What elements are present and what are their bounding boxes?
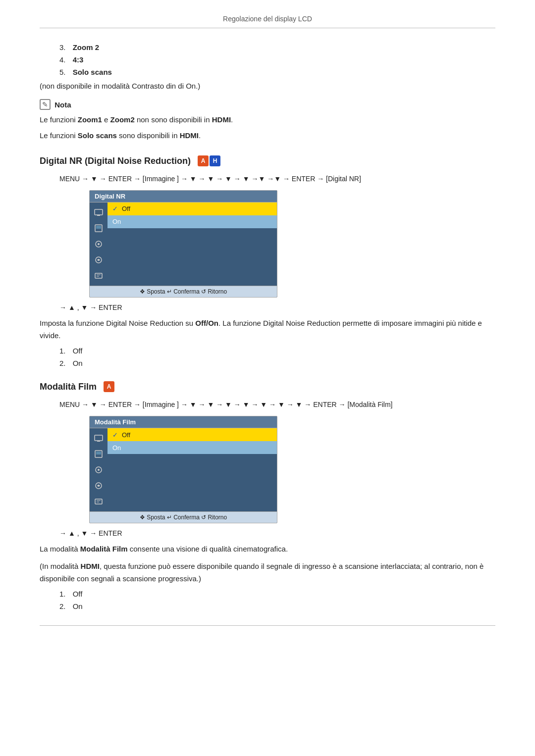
section2-option-on: On bbox=[107, 441, 277, 454]
section1-list-off: 1. Off bbox=[59, 347, 495, 355]
badge-a2: A bbox=[104, 381, 114, 392]
section2-empty-area bbox=[107, 454, 277, 484]
section2-description1: La modalità Modalità Film consente una v… bbox=[40, 543, 495, 555]
sidebar-icon-3 bbox=[92, 238, 105, 251]
svg-rect-0 bbox=[95, 209, 103, 215]
sidebar-icon-5 bbox=[92, 269, 105, 282]
section1-badges: A H bbox=[198, 155, 220, 166]
section1-option-on: On bbox=[107, 215, 277, 228]
section1-list-on: 2. On bbox=[59, 359, 495, 367]
section2-badge: A bbox=[104, 381, 114, 392]
s2-sidebar-icon-1 bbox=[92, 432, 105, 445]
s2-sidebar-icon-2 bbox=[92, 448, 105, 460]
svg-rect-17 bbox=[95, 499, 102, 504]
section1-options-area: ✓ Off On bbox=[107, 202, 277, 286]
svg-rect-7 bbox=[95, 273, 102, 278]
section2-list-on: 2. On bbox=[59, 602, 495, 610]
page-header: Regolazione del display LCD bbox=[40, 15, 495, 28]
section2-menu-path: MENU → ▼ → ENTER → [Immagine ] → ▼ → ▼ →… bbox=[59, 399, 495, 411]
s2-sidebar-icon-4 bbox=[92, 479, 105, 492]
s2-sidebar-icon-5 bbox=[92, 495, 105, 508]
section1-option-off: ✓ Off bbox=[107, 202, 277, 215]
s2-sidebar-icon-3 bbox=[92, 463, 105, 476]
badge-a: A bbox=[198, 155, 209, 166]
section2-arrow-nav: → ▲ , ▼ → ENTER bbox=[59, 529, 495, 537]
svg-rect-1 bbox=[97, 215, 100, 216]
section1-arrow-nav: → ▲ , ▼ → ENTER bbox=[59, 303, 495, 311]
section2-screenshot-title: Modalità Film bbox=[90, 416, 277, 428]
section2-title: Modalità Film A bbox=[40, 381, 495, 392]
svg-point-15 bbox=[98, 469, 100, 471]
list-item-zoom2: 3. Zoom 2 bbox=[59, 43, 495, 51]
section1-screenshot-title: Digital NR bbox=[90, 191, 277, 202]
sidebar-icon-2 bbox=[92, 222, 105, 235]
section1-empty-area bbox=[107, 228, 277, 258]
svg-rect-10 bbox=[95, 435, 103, 441]
list-item-soloscans: 5. Solo scans bbox=[59, 68, 495, 76]
section2-footer: ❖ Sposta ↵ Conferma ↺ Ritorno bbox=[90, 511, 277, 523]
section1-title: Digital NR (Digital Noise Reduction) A H bbox=[40, 155, 495, 166]
header-title: Regolazione del display LCD bbox=[223, 15, 312, 23]
section2-menu-layout: ✓ Off On bbox=[90, 428, 277, 511]
nota-icon: ✎ bbox=[40, 99, 51, 110]
bottom-divider bbox=[40, 625, 495, 626]
section2-description2: (In modalità HDMI, questa funzione può e… bbox=[40, 560, 495, 585]
note-text-1: Le funzioni Zoom1 e Zoom2 non sono dispo… bbox=[40, 114, 495, 126]
badge-h: H bbox=[210, 155, 220, 166]
svg-point-5 bbox=[98, 243, 100, 245]
paren-note: (non disponibile in modalità Contrasto d… bbox=[40, 80, 495, 92]
svg-rect-3 bbox=[96, 226, 101, 229]
sidebar-icon-1 bbox=[92, 206, 105, 219]
section1-menu-path: MENU → ▼ → ENTER → [Immagine ] → ▼ → ▼ →… bbox=[59, 173, 495, 185]
svg-rect-11 bbox=[97, 441, 100, 442]
section2-option-off: ✓ Off bbox=[107, 428, 277, 441]
list-item-43: 4. 4:3 bbox=[59, 55, 495, 64]
section1-screenshot: Digital NR bbox=[89, 190, 277, 298]
note-text-2: Le funzioni Solo scans sono disponibili … bbox=[40, 130, 495, 142]
section2-sidebar bbox=[90, 428, 107, 511]
top-list: 3. Zoom 2 4. 4:3 5. Solo scans bbox=[40, 43, 495, 76]
section1-footer: ❖ Sposta ↵ Conferma ↺ Ritorno bbox=[90, 286, 277, 297]
nota-block: ✎ Nota Le funzioni Zoom1 e Zoom2 non son… bbox=[40, 99, 495, 142]
section2-options-area: ✓ Off On bbox=[107, 428, 277, 511]
section1-menu-layout: ✓ Off On bbox=[90, 202, 277, 286]
section1-sidebar bbox=[90, 202, 107, 286]
section2-list-off: 1. Off bbox=[59, 590, 495, 598]
sidebar-icon-4 bbox=[92, 253, 105, 266]
section1-description: Imposta la funzione Digital Noise Reduct… bbox=[40, 317, 495, 342]
nota-label: Nota bbox=[54, 101, 71, 109]
section2-screenshot: Modalità Film bbox=[89, 416, 277, 523]
page: Regolazione del display LCD 3. Zoom 2 4.… bbox=[0, 0, 535, 646]
svg-rect-13 bbox=[96, 452, 101, 454]
